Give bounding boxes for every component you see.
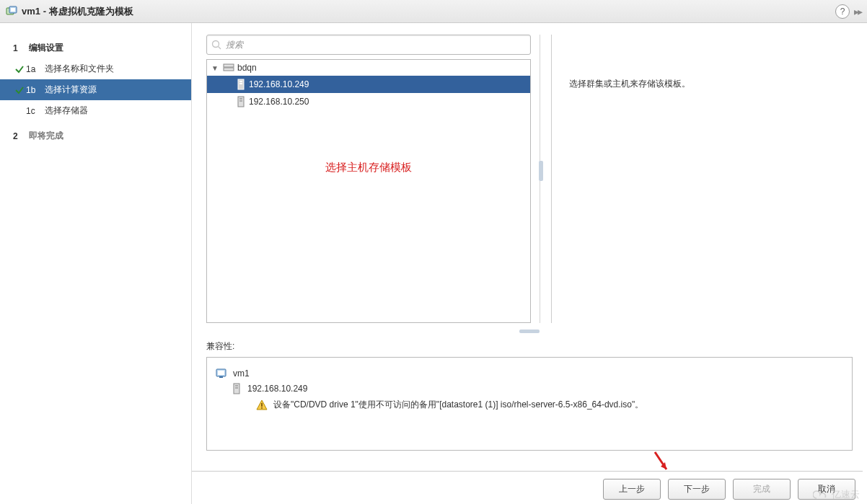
annotation-note: 选择主机存储模板 xyxy=(207,161,530,174)
watermark-icon xyxy=(813,490,829,500)
collapse-toggle-icon[interactable]: ▼ xyxy=(211,64,220,72)
host-icon xyxy=(236,79,246,90)
wizard-footer: 上一步 下一步 完成 取消 xyxy=(192,471,863,500)
compat-vm-row: vm1 xyxy=(216,366,843,381)
svg-line-4 xyxy=(219,47,221,50)
svg-rect-8 xyxy=(239,81,242,82)
vm-template-icon xyxy=(6,6,17,17)
tree-label: 192.168.10.249 xyxy=(249,79,309,89)
horizontal-splitter[interactable] xyxy=(206,327,853,335)
svg-rect-19 xyxy=(261,403,263,407)
check-icon xyxy=(13,64,26,74)
tree-label: 192.168.10.250 xyxy=(249,97,309,107)
expand-arrows-icon[interactable]: ▸▸ xyxy=(854,6,861,17)
warning-icon xyxy=(256,399,268,411)
svg-rect-11 xyxy=(239,98,242,100)
resource-tree: ▼ bdqn 192.168.10.249 xyxy=(206,59,531,323)
vm-icon xyxy=(216,368,227,379)
next-button[interactable]: 下一步 xyxy=(668,479,726,500)
svg-rect-5 xyxy=(224,64,234,67)
tree-datacenter[interactable]: ▼ bdqn xyxy=(207,60,530,76)
compat-warning-row: 设备"CD/DVD drive 1"使用不可访问的备用"[datastore1 … xyxy=(216,397,843,413)
svg-rect-2 xyxy=(11,8,15,12)
wizard-sidebar: 1 编辑设置 1a 选择名称和文件夹 1b 选择计算资源 1c 选择存储器 2 … xyxy=(0,23,192,504)
datacenter-icon xyxy=(223,63,234,73)
check-icon xyxy=(13,85,26,95)
tree-host-selected[interactable]: 192.168.10.249 xyxy=(207,76,530,93)
step-select-compute-resource[interactable]: 1b 选择计算资源 xyxy=(0,79,191,100)
svg-rect-12 xyxy=(239,100,242,102)
step-ready-to-complete: 2 即将完成 xyxy=(0,125,191,146)
compat-host-row: 192.168.10.249 xyxy=(216,381,843,397)
description-panel: 选择群集或主机来存储该模板。 xyxy=(551,35,853,323)
svg-rect-6 xyxy=(224,68,234,71)
watermark: 亿速云 xyxy=(813,488,860,501)
compatibility-label: 兼容性: xyxy=(206,340,853,353)
back-button[interactable]: 上一步 xyxy=(603,479,661,500)
svg-rect-15 xyxy=(219,376,223,378)
titlebar: vm1 - 将虚拟机克隆为模板 ? ▸▸ xyxy=(0,0,867,23)
tree-host[interactable]: 192.168.10.250 xyxy=(207,93,530,110)
svg-rect-17 xyxy=(235,385,238,386)
search-input[interactable] xyxy=(221,37,526,52)
help-button[interactable]: ? xyxy=(835,4,850,19)
search-icon xyxy=(211,40,221,50)
window-title: vm1 - 将虚拟机克隆为模板 xyxy=(22,5,133,18)
finish-button: 完成 xyxy=(733,479,791,500)
vertical-splitter[interactable] xyxy=(540,35,542,323)
svg-rect-20 xyxy=(261,407,263,409)
compatibility-panel: vm1 192.168.10.249 设备"CD/DVD drive 1"使用不… xyxy=(206,357,853,451)
tree-label: bdqn xyxy=(237,63,257,73)
step-select-name-folder[interactable]: 1a 选择名称和文件夹 xyxy=(0,58,191,79)
step-edit-settings: 1 编辑设置 xyxy=(0,37,191,58)
host-icon xyxy=(232,383,242,394)
svg-rect-14 xyxy=(218,371,224,375)
search-field[interactable] xyxy=(206,35,531,55)
svg-point-3 xyxy=(213,41,219,48)
svg-rect-18 xyxy=(235,387,238,389)
svg-rect-9 xyxy=(239,83,242,84)
host-icon xyxy=(236,96,246,107)
step-select-storage[interactable]: 1c 选择存储器 xyxy=(0,100,191,121)
